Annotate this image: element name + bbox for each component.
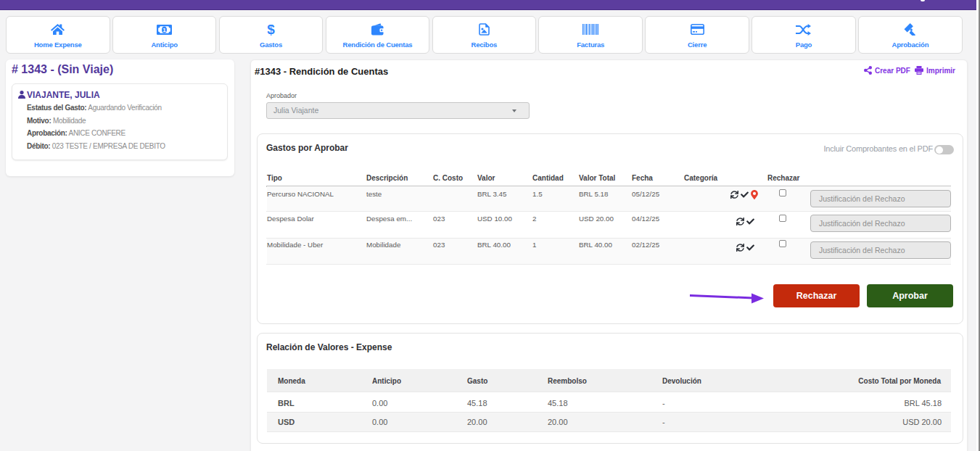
svg-text:1: 1 xyxy=(162,26,166,33)
